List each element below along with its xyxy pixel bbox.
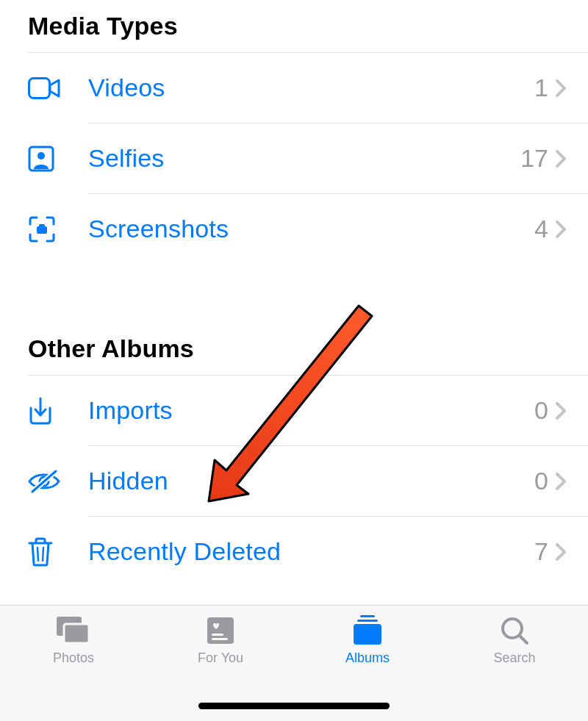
foryou-icon [206,614,235,647]
row-imports-count: 0 [534,396,548,425]
row-hidden-count: 0 [534,467,548,495]
row-hidden[interactable]: Hidden 0 [0,446,588,516]
row-screenshots-count: 4 [534,215,548,243]
row-screenshots-label: Screenshots [88,215,534,243]
photos-icon [55,614,92,647]
chevron-right-icon [556,79,566,97]
chevron-right-icon [556,543,566,561]
row-videos[interactable]: Videos 1 [0,53,588,123]
tab-foryou-label: For You [198,650,243,666]
section-header-other-albums: Other Albums [0,264,588,375]
tab-albums-label: Albums [345,650,390,666]
row-videos-label: Videos [88,73,534,102]
home-indicator [198,703,390,709]
section-header-media-types: Media Types [0,0,588,52]
row-selfies-count: 17 [520,144,548,173]
row-selfies-label: Selfies [88,144,520,173]
svg-line-10 [37,548,38,561]
svg-line-22 [520,636,527,643]
imports-icon [28,397,88,425]
tab-bar: Photos For You Albums [0,605,588,721]
svg-point-2 [37,152,45,159]
row-recently-deleted-count: 7 [534,537,548,566]
row-screenshots[interactable]: Screenshots 4 [0,194,588,264]
chevron-right-icon [556,473,566,490]
svg-rect-20 [354,624,381,645]
svg-rect-16 [212,634,223,636]
tab-photos[interactable]: Photos [0,614,147,721]
row-imports-label: Imports [88,396,534,425]
svg-rect-18 [360,615,375,617]
row-videos-count: 1 [534,73,548,102]
chevron-right-icon [556,402,566,420]
row-hidden-label: Hidden [88,467,534,495]
svg-rect-3 [37,226,47,234]
screenshots-icon [28,215,88,243]
tab-search[interactable]: Search [441,614,588,721]
tab-photos-label: Photos [53,650,94,666]
albums-icon [351,614,384,647]
row-selfies[interactable]: Selfies 17 [0,123,588,193]
row-recently-deleted-label: Recently Deleted [88,537,534,566]
row-recently-deleted[interactable]: Recently Deleted 7 [0,517,588,587]
svg-rect-19 [357,620,378,622]
tab-search-label: Search [493,650,535,666]
svg-rect-4 [39,224,45,227]
search-icon [500,614,529,647]
videos-icon [28,77,88,99]
svg-rect-0 [29,78,50,98]
selfies-icon [28,146,88,172]
hidden-icon [28,470,88,493]
row-imports[interactable]: Imports 0 [0,376,588,445]
trash-icon [28,537,88,567]
chevron-right-icon [556,150,566,168]
svg-line-11 [43,548,43,561]
svg-rect-17 [212,638,228,640]
svg-rect-14 [64,624,89,643]
chevron-right-icon [556,220,566,238]
